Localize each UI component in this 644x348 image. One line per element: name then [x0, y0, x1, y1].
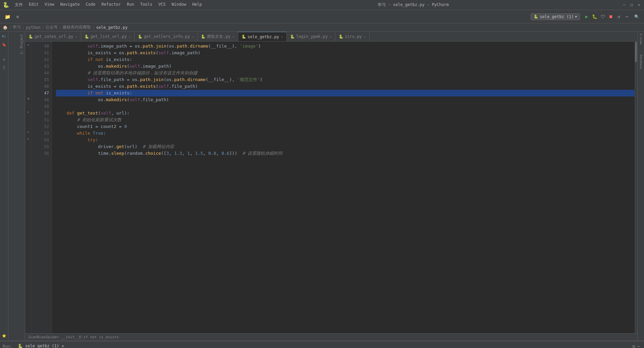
location-method[interactable]: __init__0	[61, 335, 81, 339]
editor-area: 🐍 get_cates_url.py ✕ 🐍 get_list_url.py ✕…	[25, 31, 637, 341]
app-logo: 🐍	[3, 2, 9, 8]
sidebar-z-icon[interactable]: Z	[0, 64, 8, 71]
scroll-thumb[interactable]	[635, 42, 637, 62]
location-class[interactable]: JianBiaoSpider	[28, 335, 59, 339]
tab-close-icon[interactable]: ✕	[281, 35, 283, 39]
gutter-cell-49	[25, 102, 32, 109]
tab-close-icon[interactable]: ✕	[232, 35, 234, 39]
settings-icon[interactable]: ⚙	[632, 344, 635, 348]
more-run-options[interactable]: ⋯	[624, 13, 630, 20]
search-everywhere[interactable]: 🔍	[632, 13, 641, 20]
menu-file[interactable]: 文件	[12, 1, 25, 8]
line-numbers: 40 41 42 43 44 45 46 47 48 49 50 51 52 5…	[32, 42, 52, 333]
rerun-button[interactable]: ↺	[615, 13, 622, 20]
breadcrumb-part-3[interactable]: 公众号	[46, 24, 58, 30]
stop-button[interactable]: ⏹	[607, 13, 614, 20]
sidebar-project-icon[interactable]: P↕	[0, 33, 8, 40]
sidebar-bookmark-icon[interactable]: 🔖	[0, 41, 8, 48]
run-button[interactable]: ▶	[583, 13, 590, 20]
code-line-55: driver.get(url) # 加载网址内容	[56, 143, 635, 150]
menu-view[interactable]: View	[42, 1, 57, 8]
code-content[interactable]: self.image_path = os.path.join(os.path.d…	[52, 42, 635, 333]
tab-label: sele_getbz.py	[248, 34, 279, 39]
minimize-panel-icon[interactable]: ─	[637, 344, 640, 348]
tab-label: get_cates_url.py	[35, 34, 73, 39]
right-sidebar-database[interactable]: Database	[639, 53, 643, 70]
line-num-55: 55	[32, 143, 52, 150]
tab-close-icon[interactable]: ✕	[330, 35, 332, 39]
gutter-cell-56	[25, 149, 32, 155]
line-num-49: 49	[32, 103, 52, 110]
menu-vcs[interactable]: VCS	[156, 1, 168, 8]
bottom-area: Run: 🐍 sele_getbz (1) ✕ ⚙ ─ ▶ ⏹ ↺ ↓ 📌 🖨 …	[0, 341, 644, 348]
python-file-icon: 🐍	[290, 34, 295, 39]
tab-close-icon[interactable]: ✕	[192, 35, 194, 39]
menu-navigate[interactable]: Navigate	[58, 1, 83, 8]
tab-ziru[interactable]: 🐍 ziru.py ✕	[335, 32, 370, 41]
code-line-51: # 初始化刷新重试次数	[56, 117, 635, 123]
code-line-49	[56, 103, 635, 110]
line-num-44: 44	[32, 70, 52, 76]
breadcrumb-part-1[interactable]: 学习	[13, 24, 21, 30]
menu-help[interactable]: Help	[190, 1, 205, 8]
minimize-button[interactable]: ─	[622, 3, 627, 7]
menu-edit[interactable]: Edit	[26, 1, 41, 8]
code-line-46: is_exists = os.path.exists(self.file_pat…	[56, 83, 635, 90]
gutter-cell-54: ▶	[25, 135, 32, 142]
tab-label: ziru.py	[345, 34, 362, 39]
tab-label: get_list_url.py	[91, 34, 127, 39]
gutter-cell-52	[25, 122, 32, 129]
menu-refactor[interactable]: Refactor	[99, 1, 124, 8]
settings-btn[interactable]: ⚙	[14, 13, 21, 20]
breadcrumb-part-2[interactable]: python	[26, 25, 40, 30]
gutter-cell-41	[25, 48, 32, 55]
menu-window[interactable]: Window	[169, 1, 189, 8]
gutter-cell-42	[25, 55, 32, 62]
gutter: ▶ ● ▶ ▶ ▶	[25, 42, 32, 333]
code-line-43: os.makedirs(self.image_path)	[56, 63, 635, 70]
run-tab-icon: 🐍	[18, 344, 23, 348]
right-sidebar-sview[interactable]: S:view	[639, 32, 643, 46]
gutter-cell-40: ▶	[25, 42, 32, 48]
run-tab-sele-getbz[interactable]: 🐍 sele_getbz (1) ✕	[15, 342, 67, 348]
project-panel-toggle[interactable]: 📁	[3, 13, 12, 20]
tab-close-icon[interactable]: ✕	[129, 35, 131, 39]
window-controls: ─ □ ✕	[622, 3, 641, 7]
code-editor[interactable]: ▶ ● ▶ ▶ ▶ 40 41	[25, 42, 637, 333]
menu-tools[interactable]: Tools	[138, 1, 155, 8]
tab-get-list-url[interactable]: 🐍 get_list_url.py ✕	[81, 32, 135, 41]
debug-button[interactable]: 🐛	[591, 13, 598, 20]
tab-paqu-jd[interactable]: 🐍 爬取京东.py ✕	[198, 32, 238, 41]
run-with-coverage[interactable]: 🛡	[599, 13, 606, 20]
code-line-40: self.image_path = os.path.join(os.path.d…	[56, 43, 635, 50]
location-block[interactable]: if not is_exists	[84, 335, 119, 339]
line-num-40: 40	[32, 43, 52, 50]
menu-run[interactable]: Run	[124, 1, 137, 8]
tab-close-icon[interactable]: ✕	[75, 35, 77, 39]
python-file-icon: 🐍	[138, 34, 143, 39]
code-line-48: os.makedirs(self.file_path)	[56, 96, 635, 103]
gutter-cell-47	[25, 88, 32, 95]
editor-scrollbar[interactable]	[635, 42, 637, 333]
tab-label: get_sellers_info.py	[144, 34, 190, 39]
tab-get-sellers[interactable]: 🐍 get_sellers_info.py ✕	[135, 32, 198, 41]
tab-close-icon[interactable]: ✕	[364, 35, 366, 39]
maximize-button[interactable]: □	[629, 3, 634, 7]
menu-code[interactable]: Code	[83, 1, 98, 8]
sidebar-favorites-icon[interactable]: ⭐	[0, 332, 8, 339]
project-tab[interactable]: 1: Project	[8, 31, 25, 57]
sidebar-structure-icon[interactable]: ≡	[0, 56, 8, 63]
run-config-label: sele_getbz (1)	[540, 14, 574, 19]
tab-sele-getbz[interactable]: 🐍 sele_getbz.py ✕	[238, 32, 287, 41]
breadcrumb-part-4[interactable]: 建标库内容爬取	[63, 24, 91, 30]
gutter-cell-45	[25, 75, 32, 82]
close-button[interactable]: ✕	[637, 3, 641, 7]
tab-login-ypwk[interactable]: 🐍 login_ypwk.py ✕	[287, 32, 335, 41]
run-config-selector[interactable]: 🐍 sele_getbz (1) ▼	[531, 13, 580, 20]
breadcrumb-part-5[interactable]: sele_getbz.py	[96, 25, 128, 30]
app-title: 学习 - sele_getbz.py - PyCharm	[205, 2, 622, 8]
code-line-44: # 设置爬取结果的本地存储路径，如没有该文件夹则创建	[56, 70, 635, 76]
code-location-bar: JianBiaoSpider › __init__0 › if not is_e…	[25, 333, 637, 341]
right-sidebar: S:view Database	[637, 31, 644, 341]
tab-get-cates-url[interactable]: 🐍 get_cates_url.py ✕	[25, 32, 81, 41]
